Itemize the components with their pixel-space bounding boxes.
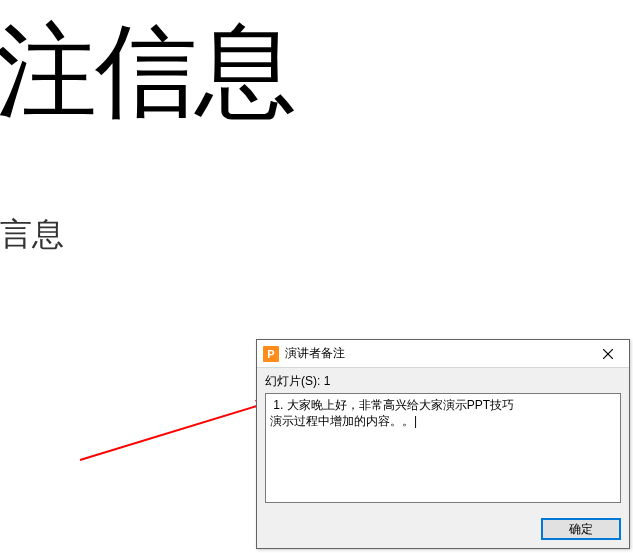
app-icon: P xyxy=(263,346,279,362)
dialog-title: 演讲者备注 xyxy=(285,345,587,362)
speaker-notes-dialog: P 演讲者备注 幻灯片(S): 1 1. 大家晚上好，非常高兴给大家演示PPT技… xyxy=(256,339,630,549)
dialog-footer: 确定 xyxy=(257,518,629,548)
ok-button[interactable]: 确定 xyxy=(541,518,621,540)
page-subheading: 言息 xyxy=(0,213,64,257)
notes-textarea[interactable]: 1. 大家晚上好，非常高兴给大家演示PPT技巧 演示过程中增加的内容。。| xyxy=(265,393,621,503)
svg-line-0 xyxy=(80,405,260,460)
dialog-body: 幻灯片(S): 1 1. 大家晚上好，非常高兴给大家演示PPT技巧 演示过程中增… xyxy=(257,368,629,513)
dialog-titlebar[interactable]: P 演讲者备注 xyxy=(257,340,629,368)
close-icon xyxy=(603,349,613,359)
slide-number-label: 幻灯片(S): 1 xyxy=(265,373,621,390)
close-button[interactable] xyxy=(587,340,629,368)
annotation-arrow xyxy=(75,340,275,465)
page-heading: 注信息 xyxy=(0,0,295,148)
